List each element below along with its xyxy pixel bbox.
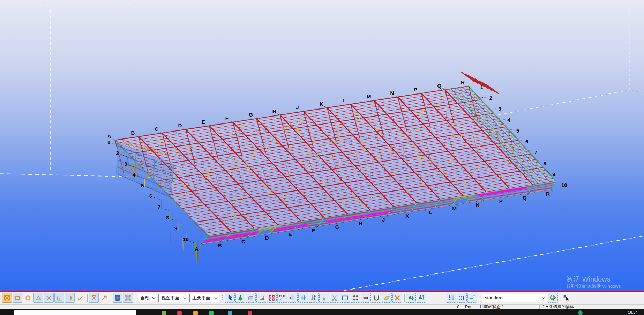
select-points-switch[interactable] (288, 293, 298, 303)
application-window: 12345678910ABCDEFGHJKLMNPQRABCDEFGHJKLMN… (0, 0, 644, 315)
selection-filter-dropdown[interactable]: standard (482, 294, 547, 302)
taskbar-app-icon-6[interactable] (248, 311, 252, 315)
select-filter-pin-up-switch[interactable] (457, 293, 467, 303)
selection-filter-settings[interactable] (548, 293, 558, 303)
model-3d-scene: 12345678910ABCDEFGHJKLMNPQRABCDEFGHJKLMN… (0, 0, 644, 291)
grid-label-bottom-Q: Q (523, 195, 527, 201)
grid-label-left-5: 5 (141, 182, 144, 188)
select-bolt-groups-switch[interactable] (351, 293, 360, 303)
select-phases-switch[interactable] (467, 293, 477, 303)
chevron-down-icon (152, 297, 156, 299)
snap-end-points[interactable] (33, 293, 43, 303)
taskbar-clock: 16:54 (628, 310, 638, 314)
select-grids-switch[interactable] (298, 293, 308, 303)
snap-perpendicular-points[interactable] (54, 293, 64, 303)
taskbar-app-icon-1[interactable] (162, 311, 166, 315)
toolbar-grip-handle[interactable] (222, 294, 224, 302)
plane-type-dropdown[interactable]: 主要平面 (189, 294, 219, 302)
taskbar-tray-app-icon[interactable] (578, 310, 583, 315)
snap-intersection-points[interactable] (44, 293, 54, 303)
select-all-switch[interactable] (225, 293, 235, 303)
taskbar-app-icon-2[interactable] (177, 311, 182, 315)
select-components-switch[interactable] (267, 293, 277, 303)
snap-any-position[interactable] (99, 293, 109, 303)
grid-label-bottom-P: P (499, 198, 503, 204)
select-filter-pin-down-switch[interactable] (447, 293, 456, 303)
grid-label-bottom-A: A (195, 246, 199, 252)
grid-label-bottom-L: L (429, 209, 432, 215)
snap-override-plane[interactable] (123, 293, 133, 303)
grid-label-top-G: G (249, 112, 253, 118)
select-component-objects-switch[interactable] (277, 293, 287, 303)
grid-label-bottom-C: C (241, 239, 245, 245)
grid-label-bottom-J: J (382, 217, 385, 223)
grid-label-right-8: 8 (543, 160, 546, 166)
grid-label-top-H: H (272, 108, 276, 114)
drag-and-drop-switch[interactable] (562, 293, 571, 303)
select-views-switch[interactable] (340, 293, 350, 303)
snap-nearest-grid[interactable] (89, 293, 99, 303)
toolbar: 自动 视图平面 主要平面 standard (0, 292, 644, 304)
grid-label-top-N: N (390, 90, 394, 96)
grid-label-top-P: P (414, 87, 417, 92)
grid-label-right-7: 7 (534, 149, 537, 155)
grid-label-top-M: M (367, 93, 371, 99)
grid-label-bottom-B: B (218, 242, 222, 248)
snap-geometry-points[interactable] (13, 293, 22, 303)
snap-nearest-points[interactable] (23, 293, 33, 303)
select-single-bolts-switch[interactable] (361, 293, 371, 303)
select-assemblies-switch[interactable] (406, 293, 416, 303)
select-cuts-switch[interactable] (330, 293, 339, 303)
grid-label-top-K: K (320, 101, 323, 107)
windows-taskbar[interactable]: 16:54 (0, 309, 644, 315)
grid-label-bottom-G: G (335, 224, 339, 230)
snap-free-points[interactable] (75, 293, 85, 303)
select-objects-switch[interactable] (246, 293, 256, 303)
taskbar-app-icon-3[interactable] (193, 311, 198, 315)
grid-label-right-4: 4 (507, 117, 510, 123)
grid-label-top-D: D (178, 122, 182, 128)
grid-label-top-B: B (131, 130, 135, 136)
grid-label-top-J: J (296, 104, 299, 110)
select-objects-in-assemblies-switch[interactable] (417, 293, 426, 303)
grid-label-left-8: 8 (166, 215, 169, 220)
snap-extension-lines[interactable] (65, 293, 75, 303)
select-parts-switch[interactable] (235, 293, 245, 303)
grid-label-top-F: F (225, 115, 229, 121)
current-state-display: 目前的状态 1 (476, 305, 539, 309)
toolbar-divider (560, 294, 560, 302)
select-surfaces-switch[interactable] (256, 293, 266, 303)
chevron-down-icon (214, 297, 218, 299)
grid-label-right-5: 5 (516, 128, 519, 134)
grid-label-left-4: 4 (133, 172, 136, 178)
toolbar-divider (404, 294, 405, 302)
grid-label-left-1: 1 (107, 139, 110, 145)
selection-count-display: 1 + 0 选择的物体 (539, 305, 644, 309)
select-planes-switch[interactable] (382, 293, 392, 303)
select-distances-switch[interactable] (392, 293, 402, 303)
select-reinforcing-bars-switch[interactable] (372, 293, 381, 303)
model-3d-viewport[interactable]: 12345678910ABCDEFGHJKLMNPQRABCDEFGHJKLMN… (0, 0, 644, 291)
rotation-mode-dropdown[interactable]: 自动 (138, 294, 157, 302)
toolbar-divider (87, 294, 88, 302)
taskbar-app-icon-4[interactable] (209, 311, 214, 315)
select-welds-switch[interactable] (319, 293, 329, 303)
grid-label-right-9: 9 (552, 171, 555, 177)
grid-label-left-3: 3 (124, 161, 127, 167)
grid-label-top-L: L (343, 97, 346, 103)
taskbar-search-box[interactable] (14, 310, 136, 315)
grid-label-left-9: 9 (174, 225, 177, 231)
grid-label-bottom-D: D (265, 235, 269, 241)
work-plane-dropdown[interactable]: 视图平面 (158, 294, 188, 302)
grid-label-bottom-F: F (312, 227, 315, 233)
rotation-mode-dropdown-value: 自动 (141, 295, 150, 301)
chevron-down-icon (542, 297, 545, 299)
snap-reference-points[interactable] (2, 293, 12, 303)
select-grid-lines-switch[interactable] (309, 293, 319, 303)
snap-override-point[interactable] (113, 293, 122, 303)
work-plane-dropdown-value: 视图平面 (161, 295, 181, 301)
mode-display: Pan (462, 305, 476, 309)
grid-label-bottom-M: M (452, 205, 457, 211)
grid-label-bottom-E: E (289, 231, 292, 237)
taskbar-app-icon-5[interactable] (228, 311, 232, 315)
